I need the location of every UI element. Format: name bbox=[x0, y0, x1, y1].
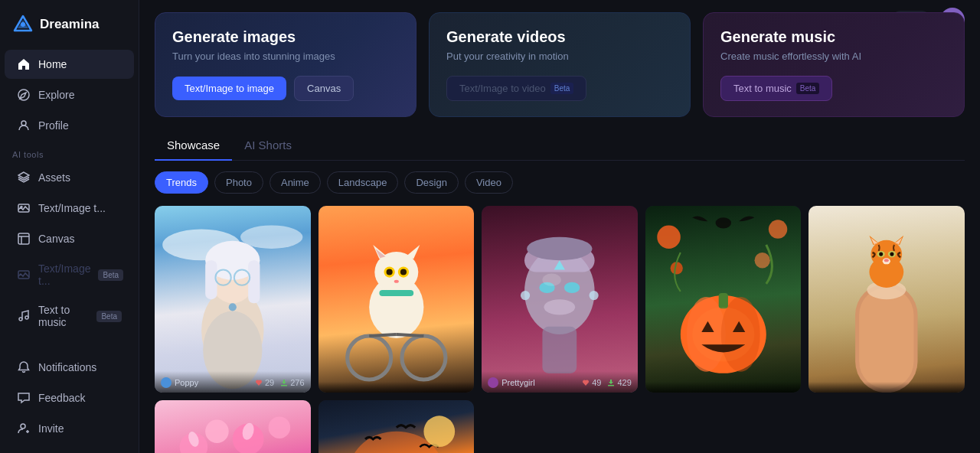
image-icon bbox=[17, 201, 31, 215]
svg-point-10 bbox=[25, 316, 28, 319]
svg-point-64 bbox=[715, 217, 730, 228]
tab-showcase[interactable]: Showcase bbox=[155, 132, 232, 161]
gallery-item-2-overlay bbox=[318, 382, 475, 393]
music-beta-badge: Beta bbox=[796, 83, 820, 94]
gallery-item-1-stats: 29 276 bbox=[255, 378, 305, 387]
images-card-title: Generate images bbox=[172, 28, 399, 46]
canvas-button[interactable]: Canvas bbox=[294, 76, 354, 101]
sidebar-item-canvas-label: Canvas bbox=[38, 233, 74, 245]
gallery-item-4-overlay bbox=[645, 382, 802, 393]
user-plus-icon bbox=[17, 422, 31, 435]
svg-rect-7 bbox=[18, 233, 29, 244]
user-icon bbox=[17, 119, 31, 132]
sidebar-item-invite[interactable]: Invite bbox=[5, 414, 134, 443]
svg-point-35 bbox=[394, 280, 398, 283]
svg-point-38 bbox=[402, 336, 446, 380]
sidebar-item-notifications-label: Notifications bbox=[38, 361, 96, 373]
filter-landscape[interactable]: Landscape bbox=[327, 171, 399, 194]
svg-point-77 bbox=[890, 253, 894, 256]
sidebar-item-home[interactable]: Home bbox=[5, 50, 134, 79]
gallery-item-1-username: Poppy bbox=[175, 378, 198, 387]
sidebar-item-text-music[interactable]: Text to music Beta bbox=[5, 296, 134, 336]
sidebar-item-feedback[interactable]: Feedback bbox=[5, 383, 134, 412]
music-card-title: Generate music bbox=[720, 28, 947, 46]
filter-video[interactable]: Video bbox=[465, 171, 513, 194]
filter-design[interactable]: Design bbox=[404, 171, 458, 194]
filter-anime[interactable]: Anime bbox=[270, 171, 321, 194]
sidebar-item-canvas[interactable]: Canvas bbox=[5, 224, 134, 253]
sidebar-item-assets[interactable]: Assets bbox=[5, 163, 134, 192]
generate-videos-card: Generate videos Put your creativity in m… bbox=[429, 12, 691, 117]
sidebar-item-assets-label: Assets bbox=[38, 171, 70, 184]
svg-point-37 bbox=[347, 336, 390, 380]
filter-photo[interactable]: Photo bbox=[214, 171, 263, 194]
generate-images-card: Generate images Turn your ideas into stu… bbox=[155, 12, 416, 117]
tab-ai-shorts[interactable]: AI Shorts bbox=[232, 132, 304, 161]
gallery-item-2[interactable] bbox=[318, 206, 475, 393]
filter-trends[interactable]: Trends bbox=[155, 171, 208, 194]
gallery-item-3[interactable]: Prettygirl 49 429 bbox=[482, 206, 638, 393]
svg-point-48 bbox=[521, 291, 530, 300]
video-beta-badge: Beta bbox=[550, 83, 574, 94]
svg-point-54 bbox=[769, 220, 787, 238]
gallery-item-3-username: Prettygirl bbox=[501, 378, 534, 387]
gallery-item-3-likes: 49 bbox=[582, 378, 601, 387]
gallery-item-4[interactable] bbox=[645, 206, 802, 393]
gallery-item-3-user: Prettygirl bbox=[488, 377, 534, 388]
text-image-to-image-button[interactable]: Text/Image to image bbox=[172, 77, 286, 100]
music-card-subtitle: Create music effortlessly with AI bbox=[720, 51, 947, 62]
svg-point-51 bbox=[543, 274, 561, 286]
svg-point-81 bbox=[205, 420, 229, 444]
home-icon bbox=[17, 57, 31, 71]
gallery-item-3-overlay: Prettygirl 49 429 bbox=[482, 371, 638, 393]
svg-point-23 bbox=[229, 303, 237, 311]
sidebar-item-explore-label: Explore bbox=[38, 89, 74, 101]
generate-music-card: Generate music Create music effortlessly… bbox=[703, 12, 965, 117]
sidebar-item-explore[interactable]: Explore bbox=[5, 80, 134, 109]
gallery-item-1[interactable]: Poppy 29 276 bbox=[155, 206, 311, 393]
sidebar-item-text-image[interactable]: Text/Image t... bbox=[5, 194, 134, 223]
sidebar-item-feedback-label: Feedback bbox=[38, 392, 85, 404]
videos-card-title: Generate videos bbox=[446, 28, 673, 46]
message-icon bbox=[17, 391, 31, 405]
filter-tabs: Trends Photo Anime Landscape Design Vide… bbox=[155, 171, 965, 194]
text-image-to-video-button[interactable]: Text/Image to video Beta bbox=[446, 76, 586, 101]
svg-rect-50 bbox=[543, 327, 577, 373]
text-to-music-button[interactable]: Text to music Beta bbox=[720, 76, 832, 101]
sidebar-item-text-image-2[interactable]: Text/Image t... Beta bbox=[5, 255, 134, 295]
svg-point-76 bbox=[880, 253, 884, 256]
svg-point-11 bbox=[21, 424, 25, 429]
svg-point-4 bbox=[21, 121, 26, 125]
image2-icon bbox=[17, 268, 31, 282]
svg-point-83 bbox=[269, 417, 291, 439]
gallery-item-3-downloads: 429 bbox=[607, 378, 631, 387]
compass-icon bbox=[17, 88, 31, 102]
logo-icon bbox=[12, 14, 34, 35]
sidebar-item-profile[interactable]: Profile bbox=[5, 111, 134, 140]
gallery-item-1-overlay: Poppy 29 276 bbox=[155, 371, 311, 393]
svg-point-45 bbox=[564, 282, 580, 293]
sidebar-item-text-music-label: Text to music bbox=[38, 304, 89, 328]
image-grid: Poppy 29 276 bbox=[155, 206, 965, 453]
svg-marker-29 bbox=[406, 245, 420, 259]
svg-point-46 bbox=[544, 299, 576, 314]
svg-point-93 bbox=[423, 416, 455, 448]
gallery-item-5[interactable] bbox=[808, 206, 965, 393]
music-icon bbox=[17, 309, 31, 323]
header-cards: Generate images Turn your ideas into stu… bbox=[155, 12, 965, 117]
sidebar-item-notifications[interactable]: Notifications bbox=[5, 353, 134, 382]
svg-rect-24 bbox=[281, 385, 287, 386]
svg-point-9 bbox=[19, 318, 22, 321]
sidebar-item-text-image-2-label: Text/Image t... bbox=[38, 262, 90, 287]
gallery-item-7[interactable] bbox=[318, 400, 475, 453]
sidebar: Dreamina Home Explore Profile AI tools A… bbox=[0, 0, 139, 453]
text-to-music-label: Text to music bbox=[733, 83, 792, 94]
svg-point-34 bbox=[400, 269, 406, 275]
gallery-item-5-overlay bbox=[808, 382, 965, 393]
svg-point-2 bbox=[21, 22, 25, 27]
svg-point-49 bbox=[590, 291, 599, 300]
sidebar-item-text-image-label: Text/Image t... bbox=[38, 202, 106, 214]
svg-line-40 bbox=[396, 334, 423, 336]
gallery-item-3-stats: 49 429 bbox=[582, 378, 632, 387]
gallery-item-6[interactable] bbox=[155, 400, 311, 453]
